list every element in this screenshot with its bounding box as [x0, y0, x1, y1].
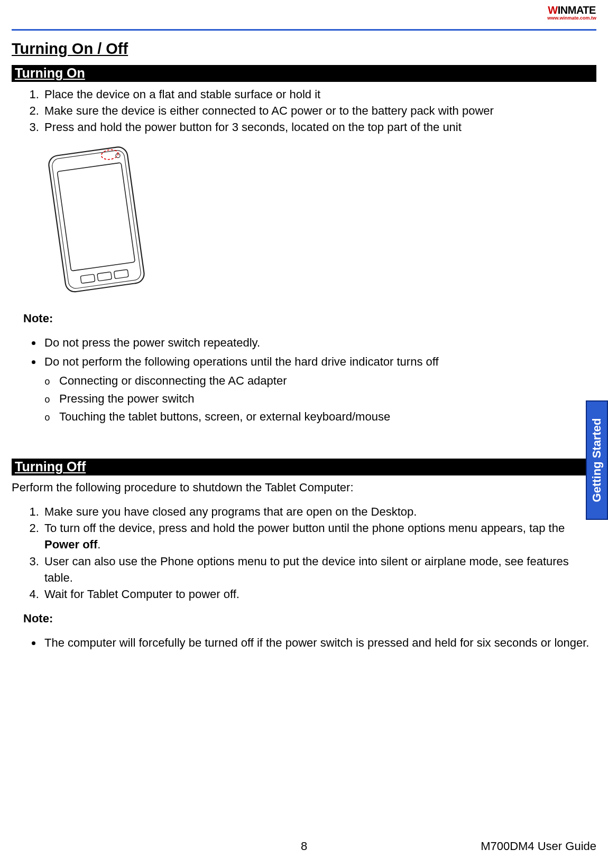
doc-name: M700DM4 User Guide: [481, 839, 596, 853]
list-item: Touching the tablet buttons, screen, or …: [59, 408, 596, 426]
brand-url: www.winmate.com.tw: [547, 15, 596, 21]
header-rule: [12, 29, 596, 31]
tablet-device-icon: [42, 141, 153, 302]
turning-on-notes: Do not press the power switch repeatedly…: [12, 334, 596, 426]
section-tab-label: Getting Started: [590, 418, 604, 502]
brand-logo: WINMATE www.winmate.com.tw: [547, 4, 596, 21]
list-item: User can also use the Phone options menu…: [42, 553, 596, 586]
list-item: Do not perform the following operations …: [42, 353, 596, 426]
note-label: Note:: [23, 312, 596, 325]
svg-rect-2: [57, 163, 135, 271]
section-heading-on: Turning On: [12, 65, 596, 82]
turning-on-steps: Place the device on a flat and stable su…: [12, 86, 596, 136]
sub-list: Connecting or disconnecting the AC adapt…: [44, 372, 596, 426]
list-item: Wait for Tablet Computer to power off.: [42, 586, 596, 602]
header: WINMATE www.winmate.com.tw: [0, 0, 608, 29]
step2-a: To turn off the device, press and hold t…: [44, 521, 565, 535]
brand-name: WINMATE: [547, 4, 596, 16]
footer: 8 M700DM4 User Guide: [12, 839, 596, 853]
list-item: Press and hold the power button for 3 se…: [42, 119, 596, 135]
note-text: Do not perform the following operations …: [44, 355, 439, 368]
list-item: The computer will forcefully be turned o…: [42, 634, 596, 652]
brand-letter-w: W: [548, 4, 557, 16]
list-item: Pressing the power switch: [59, 390, 596, 408]
content: Turning On / Off Turning On Place the de…: [0, 40, 608, 652]
section-heading-off: Turning Off: [12, 459, 596, 475]
page-number: 8: [301, 839, 307, 853]
turning-off-notes: The computer will forcefully be turned o…: [12, 634, 596, 652]
section-tab: Getting Started: [586, 400, 608, 520]
page-title: Turning On / Off: [12, 40, 596, 58]
note-label: Note:: [23, 612, 596, 626]
turning-off-steps: Make sure you have closed any programs t…: [12, 503, 596, 602]
list-item: Do not press the power switch repeatedly…: [42, 334, 596, 352]
svg-rect-3: [80, 274, 95, 283]
list-item: Connecting or disconnecting the AC adapt…: [59, 372, 596, 390]
step2-c: .: [97, 538, 100, 551]
svg-rect-4: [97, 272, 112, 281]
step2-b: Power off: [44, 538, 97, 551]
list-item: To turn off the device, press and hold t…: [42, 520, 596, 553]
list-item: Make sure the device is either connected…: [42, 102, 596, 119]
brand-rest: INMATE: [558, 4, 596, 16]
list-item: Place the device on a flat and stable su…: [42, 86, 596, 102]
list-item: Make sure you have closed any programs t…: [42, 503, 596, 520]
turning-off-intro: Perform the following procedure to shutd…: [12, 480, 596, 496]
device-illustration: [42, 141, 153, 302]
svg-rect-5: [114, 269, 128, 278]
